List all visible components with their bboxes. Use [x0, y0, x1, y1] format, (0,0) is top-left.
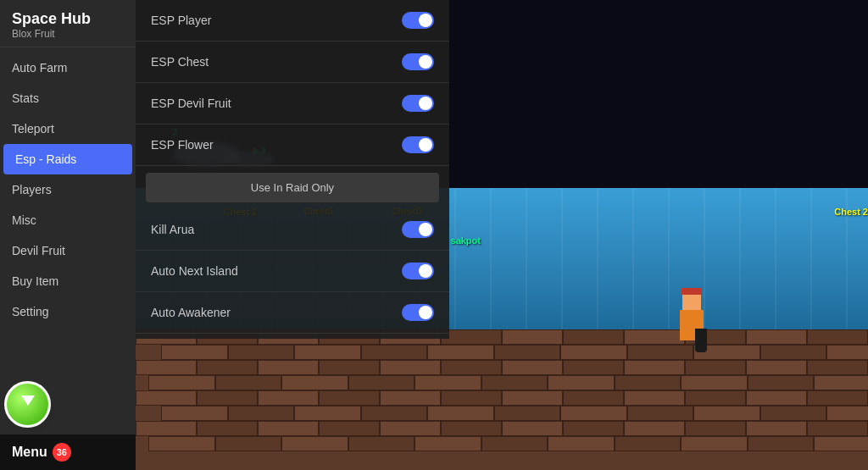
app-subtitle: Blox Fruit: [12, 28, 124, 40]
toggle-row-kill-arua: Kill Arua: [136, 209, 449, 251]
app-title: Space Hub: [12, 10, 124, 28]
auto-awakener-label: Auto Awakener: [151, 306, 231, 319]
kill-arua-label: Kill Arua: [151, 223, 194, 236]
sidebar-nav: Auto Farm Stats Teleport Esp - Raids Pla…: [0, 47, 136, 434]
char-head: [682, 295, 701, 310]
esp-chest-toggle[interactable]: [402, 53, 434, 70]
sidebar-item-auto-farm[interactable]: Auto Farm: [0, 53, 136, 83]
char-hat: [682, 288, 702, 295]
game-label-chest2: Chest 2: [834, 207, 868, 217]
sidebar-label-misc: Misc: [12, 213, 36, 227]
bottom-bar: Menu 36: [0, 434, 136, 470]
char-cape: [695, 329, 707, 352]
main-panel: ESP Player ESP Chest ESP Devil Fruit ESP…: [136, 0, 449, 339]
toggle-row-auto-next-island: Auto Next Island: [136, 251, 449, 292]
auto-awakener-toggle[interactable]: [402, 304, 434, 321]
sidebar-label-stats: Stats: [12, 91, 39, 105]
esp-flower-toggle[interactable]: [402, 136, 434, 153]
menu-badge-bottom: 36: [53, 443, 71, 462]
use-in-raid-only-button[interactable]: Use In Raid Only: [146, 173, 439, 202]
menu-text[interactable]: Menu: [12, 445, 47, 460]
auto-next-island-toggle[interactable]: [402, 263, 434, 279]
esp-devil-fruit-toggle[interactable]: [402, 95, 434, 112]
sidebar-label-buy-item: Buy Item: [12, 274, 58, 288]
sidebar-item-devil-fruit[interactable]: Devil Fruit: [0, 235, 136, 266]
sidebar-label-teleport: Teleport: [12, 122, 54, 135]
ground: [136, 329, 868, 471]
toggle-row-esp-player: ESP Player: [136, 0, 449, 41]
esp-chest-label: ESP Chest: [151, 55, 209, 69]
sidebar-item-stats[interactable]: Stats: [0, 83, 136, 113]
game-label-sakpot: sakpot: [451, 235, 481, 246]
char-body: [680, 310, 704, 330]
sidebar-label-esp-raids: Esp - Raids: [15, 152, 76, 166]
down-arrow-icon: [21, 395, 35, 406]
sidebar-item-teleport[interactable]: Teleport: [0, 113, 136, 144]
esp-devil-fruit-label: ESP Devil Fruit: [151, 97, 231, 110]
auto-next-island-label: Auto Next Island: [151, 264, 238, 278]
character: [677, 288, 707, 339]
sidebar-item-esp-raids[interactable]: Esp - Raids: [3, 144, 132, 174]
sidebar-item-setting[interactable]: Setting: [0, 296, 136, 327]
esp-player-label: ESP Player: [151, 14, 211, 27]
toggle-row-esp-devil-fruit: ESP Devil Fruit: [136, 83, 449, 124]
sidebar-label-devil-fruit: Devil Fruit: [12, 244, 65, 257]
esp-player-toggle[interactable]: [402, 12, 434, 29]
sidebar-item-buy-item[interactable]: Buy Item: [0, 266, 136, 296]
toggle-row-esp-flower: ESP Flower: [136, 124, 449, 166]
esp-flower-label: ESP Flower: [151, 138, 214, 152]
sidebar-item-misc[interactable]: Misc: [0, 205, 136, 235]
sidebar-label-setting: Setting: [12, 305, 49, 318]
kill-arua-toggle[interactable]: [402, 221, 434, 238]
sidebar-label-players: Players: [12, 183, 52, 196]
toggle-row-auto-awakener: Auto Awakener: [136, 292, 449, 334]
sidebar-header: Space Hub Blox Fruit: [0, 0, 136, 47]
sidebar-item-players[interactable]: Players: [0, 174, 136, 205]
green-orb: [4, 381, 51, 428]
toggle-row-esp-chest: ESP Chest: [136, 41, 449, 83]
sidebar-label-auto-farm: Auto Farm: [12, 61, 67, 75]
